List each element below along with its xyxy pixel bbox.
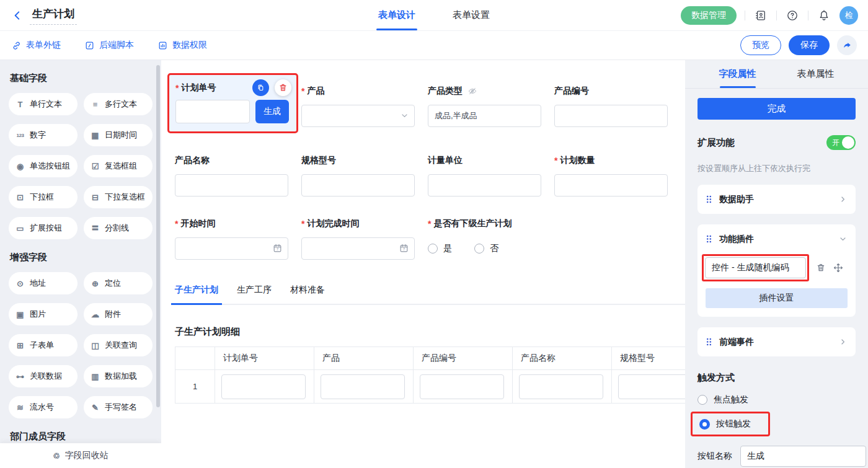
data-permission-link[interactable]: 数据权限 xyxy=(157,40,207,51)
address-book-icon[interactable] xyxy=(753,8,768,23)
drag-handle-icon[interactable] xyxy=(706,195,712,204)
sidebar-item-serial-number[interactable]: ≋流水号 xyxy=(9,396,78,418)
product-name-input[interactable] xyxy=(175,174,288,196)
radio-option-no[interactable]: 否 xyxy=(474,243,498,254)
trigger-option-focus[interactable]: 焦点触发 xyxy=(698,394,856,405)
extended-features-toggle[interactable]: 开 xyxy=(826,135,856,150)
subtable-product-name-input[interactable] xyxy=(519,374,603,399)
plugin-settings-button[interactable]: 插件设置 xyxy=(706,288,848,308)
spec-model-input[interactable] xyxy=(301,174,415,196)
share-button[interactable] xyxy=(837,35,857,55)
sidebar-item-radio-group[interactable]: ◉单选按钮组 xyxy=(9,155,78,177)
done-button[interactable]: 完成 xyxy=(698,98,856,120)
sidebar-item-multi-line-text[interactable]: ≡多行文本 xyxy=(84,93,153,115)
plan-qty-input[interactable] xyxy=(554,174,668,196)
sidebar-item-subform[interactable]: ⊞子表单 xyxy=(9,334,78,356)
chevron-down-icon xyxy=(400,111,409,120)
product-type-input[interactable] xyxy=(428,105,541,127)
finish-time-datepicker[interactable] xyxy=(301,237,415,260)
plan-no-input[interactable] xyxy=(175,100,250,123)
drag-handle-icon[interactable] xyxy=(706,234,712,244)
tab-sub-production-plan[interactable]: 子生产计划 xyxy=(175,285,218,296)
sidebar-item-dropdown-multi[interactable]: ⊟下拉复选框 xyxy=(84,186,153,208)
sidebar-item-signature[interactable]: ✎手写签名 xyxy=(84,396,153,418)
tab-field-properties[interactable]: 字段属性 xyxy=(719,60,756,88)
radio-label: 是 xyxy=(443,243,452,254)
page-title: 生产计划 xyxy=(30,6,77,25)
frontend-event-header[interactable]: 前端事件 xyxy=(706,327,848,356)
backend-script-link[interactable]: 后端脚本 xyxy=(84,40,134,51)
sidebar-item-locate[interactable]: ⊕定位 xyxy=(84,272,153,294)
chevron-right-icon[interactable] xyxy=(838,195,848,204)
start-time-datepicker[interactable] xyxy=(175,237,288,260)
sidebar-item-label: 单行文本 xyxy=(30,99,62,110)
single-line-text-icon: T xyxy=(15,100,25,109)
trigger-option-button[interactable]: 按钮触发 xyxy=(699,418,751,430)
button-name-input[interactable] xyxy=(740,446,866,467)
preview-button[interactable]: 预览 xyxy=(740,35,781,55)
data-manage-button[interactable]: 数据管理 xyxy=(681,6,737,25)
sidebar-item-checkbox-group[interactable]: ☑复选框组 xyxy=(84,155,153,177)
required-asterisk: * xyxy=(301,219,304,229)
subtable-plan-no-input[interactable] xyxy=(221,374,306,399)
form-external-link[interactable]: 表单外链 xyxy=(11,40,61,51)
unit-input[interactable] xyxy=(428,174,541,196)
annotation-box-plan-no selected-field-plan-no[interactable]: *计划单号 生成 xyxy=(167,73,298,133)
sidebar-item-dropdown[interactable]: ⊡下拉框 xyxy=(9,186,78,208)
field-recycle-bin[interactable]: ♲ 字段回收站 xyxy=(0,443,161,468)
subtable-product-code-input[interactable] xyxy=(420,374,504,399)
dropdown-multi-icon: ⊟ xyxy=(90,193,100,202)
subtable-spec-model-input[interactable] xyxy=(618,374,685,399)
radio-option-yes[interactable]: 是 xyxy=(428,243,452,254)
sidebar-item-attachment[interactable]: ☁附件 xyxy=(84,303,153,325)
sidebar-item-image[interactable]: ▣图片 xyxy=(9,303,78,325)
subform-icon: ⊞ xyxy=(15,341,25,350)
product-code-input[interactable] xyxy=(554,105,668,127)
sidebar-item-datetime[interactable]: ▦日期时间 xyxy=(84,124,153,146)
generate-button[interactable]: 生成 xyxy=(255,100,289,123)
sidebar-scrollbar[interactable] xyxy=(156,65,160,407)
copy-field-button[interactable] xyxy=(252,79,269,96)
field-label-start-time: 开始时间 xyxy=(180,218,215,229)
field-label-finish-time: 计划完成时间 xyxy=(307,218,359,229)
subtable-title: 子生产计划明细 xyxy=(175,326,685,338)
enhanced-fields-grid: ⊙地址 ⊕定位 ▣图片 ☁附件 ⊞子表单 ◫关联查询 ⊶关联数据 ▥数据加载 ≋… xyxy=(9,272,153,418)
drag-handle-icon[interactable] xyxy=(706,337,712,347)
subtable-product-input[interactable] xyxy=(321,374,405,399)
tab-form-settings[interactable]: 表单设置 xyxy=(453,0,490,30)
linked-data-icon: ⊶ xyxy=(15,372,25,381)
start-time-input[interactable] xyxy=(175,237,288,260)
sidebar-item-single-line-text[interactable]: T单行文本 xyxy=(9,93,78,115)
sidebar-item-number[interactable]: 123数字 xyxy=(9,124,78,146)
field-library-sidebar: 基础字段 T单行文本 ≡多行文本 123数字 ▦日期时间 ◉单选按钮组 ☑复选框… xyxy=(0,60,161,468)
chevron-down-icon[interactable] xyxy=(838,234,848,244)
help-icon[interactable] xyxy=(785,8,800,23)
tab-form-properties[interactable]: 表单属性 xyxy=(797,60,835,88)
tab-production-process[interactable]: 生产工序 xyxy=(237,285,272,296)
delete-plugin-icon[interactable] xyxy=(815,262,826,273)
tab-material-preparation[interactable]: 材料准备 xyxy=(290,285,325,296)
save-button[interactable]: 保存 xyxy=(789,35,830,55)
chevron-right-icon[interactable] xyxy=(838,337,848,347)
tab-form-design[interactable]: 表单设计 xyxy=(378,0,415,30)
move-plugin-icon[interactable] xyxy=(833,262,844,273)
finish-time-input[interactable] xyxy=(301,237,415,260)
sidebar-item-extend-button[interactable]: ▭扩展按钮 xyxy=(9,217,78,239)
back-button[interactable] xyxy=(10,8,25,23)
avatar[interactable]: 检 xyxy=(839,6,858,25)
plugin-name-input[interactable] xyxy=(705,257,806,278)
product-select-input[interactable] xyxy=(301,105,415,127)
radio-icon xyxy=(428,244,438,254)
dropdown-icon: ⊡ xyxy=(15,193,25,202)
delete-field-button[interactable] xyxy=(275,79,291,96)
sidebar-item-linked-query[interactable]: ◫关联查询 xyxy=(84,334,153,356)
data-assistant-header[interactable]: 数据助手 xyxy=(706,185,848,214)
field-label-plan-qty: 计划数量 xyxy=(560,155,595,166)
function-plugin-header[interactable]: 功能插件 xyxy=(706,224,848,254)
sidebar-item-linked-data[interactable]: ⊶关联数据 xyxy=(9,365,78,387)
sidebar-item-divider-line[interactable]: 〓分割线 xyxy=(84,217,153,239)
product-select[interactable] xyxy=(301,105,415,127)
sidebar-item-address[interactable]: ⊙地址 xyxy=(9,272,78,294)
notification-bell-icon[interactable] xyxy=(817,8,831,23)
sidebar-item-data-load[interactable]: ▥数据加载 xyxy=(84,365,153,387)
